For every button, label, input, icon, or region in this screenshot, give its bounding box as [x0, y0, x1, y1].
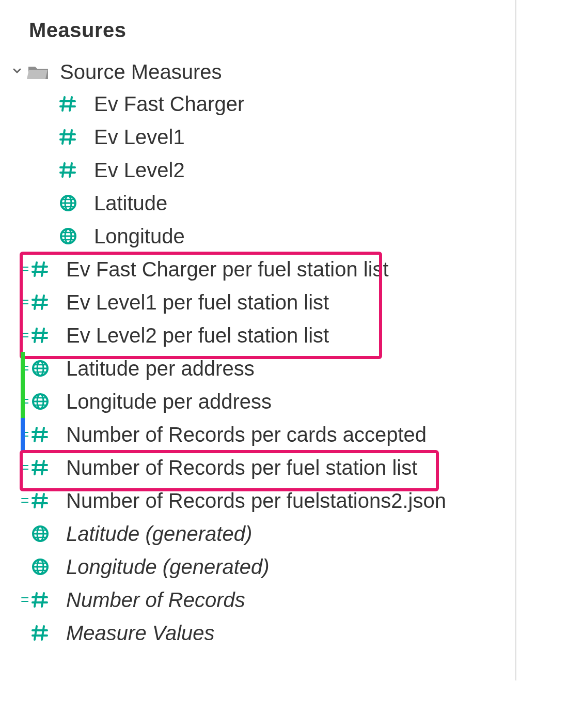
- measures-panel: Measures Source Measures Ev Fast Charger…: [0, 0, 516, 680]
- measure-item[interactable]: Ev Level1: [0, 120, 516, 153]
- svg-line-67: [42, 593, 44, 607]
- measure-label: Number of Records per cards accepted: [66, 423, 427, 446]
- svg-line-52: [35, 494, 37, 507]
- hash-icon: [57, 126, 80, 148]
- measure-item[interactable]: =Ev Level2 per fuel station list: [0, 319, 516, 352]
- calc-hash-icon: =: [29, 456, 52, 479]
- svg-line-8: [62, 163, 65, 177]
- svg-line-9: [70, 163, 72, 177]
- svg-line-70: [35, 626, 37, 640]
- calc-hash-icon: =: [29, 489, 52, 512]
- measures-section-title: Measures: [0, 19, 516, 42]
- svg-line-53: [42, 494, 44, 507]
- measure-item[interactable]: =Ev Fast Charger per fuel station list: [0, 253, 516, 286]
- measure-label: Latitude (generated): [66, 522, 252, 546]
- svg-line-66: [35, 593, 37, 607]
- folder-label: Source Measures: [60, 60, 222, 84]
- svg-line-31: [42, 329, 44, 342]
- svg-line-22: [35, 262, 37, 276]
- measure-label: Number of Records per fuel station list: [66, 456, 417, 479]
- calc-hash-icon: =: [29, 423, 52, 446]
- globe-icon: [29, 555, 52, 578]
- measure-item[interactable]: Latitude (generated): [0, 517, 516, 550]
- svg-line-4: [62, 130, 65, 144]
- measure-label: Ev Fast Charger per fuel station list: [66, 258, 389, 281]
- calc-hash-icon: =: [29, 588, 52, 611]
- measure-item[interactable]: =Number of Records per cards accepted: [0, 418, 516, 451]
- measure-item[interactable]: =Number of Records: [0, 583, 516, 616]
- measure-item[interactable]: Ev Level2: [0, 153, 516, 187]
- measure-item[interactable]: =Number of Records per fuelstations2.jso…: [0, 484, 516, 517]
- measure-label: Latitude: [94, 192, 167, 215]
- globe-icon: [57, 192, 80, 214]
- measure-label: Number of Records per fuelstations2.json: [66, 489, 446, 513]
- measure-label: Ev Level1 per fuel station list: [66, 291, 329, 314]
- svg-line-45: [42, 428, 44, 441]
- measure-item[interactable]: Ev Fast Charger: [0, 87, 516, 120]
- calc-hash-icon: =: [29, 324, 52, 347]
- measures-list: Ev Fast ChargerEv Level1Ev Level2Latitud…: [0, 87, 516, 649]
- measure-label: Ev Level2: [94, 159, 185, 182]
- hash-icon: [57, 159, 80, 181]
- svg-line-26: [35, 296, 37, 309]
- svg-line-27: [42, 296, 44, 309]
- measure-item[interactable]: Measure Values: [0, 616, 516, 649]
- calc-globe-icon: =: [29, 357, 52, 380]
- measure-item[interactable]: Longitude (generated): [0, 550, 516, 583]
- measure-label: Longitude (generated): [66, 555, 270, 579]
- svg-line-23: [42, 262, 44, 276]
- measure-label: Longitude per address: [66, 390, 272, 413]
- hash-icon: [57, 92, 80, 115]
- measure-label: Ev Fast Charger: [94, 92, 244, 116]
- measure-item[interactable]: =Latitude per address: [0, 352, 516, 385]
- measure-item[interactable]: Latitude: [0, 187, 516, 220]
- measure-item[interactable]: =Longitude per address: [0, 385, 516, 418]
- svg-line-49: [42, 461, 44, 474]
- measure-item[interactable]: =Ev Level1 per fuel station list: [0, 286, 516, 319]
- measure-label: Ev Level2 per fuel station list: [66, 324, 329, 347]
- globe-icon: [29, 522, 52, 545]
- measure-label: Longitude: [94, 225, 185, 248]
- measure-label: Measure Values: [66, 622, 215, 645]
- globe-icon: [57, 225, 80, 247]
- measure-label: Latitude per address: [66, 357, 255, 380]
- svg-line-44: [35, 428, 37, 441]
- measure-label: Ev Level1: [94, 126, 185, 149]
- svg-line-48: [35, 461, 37, 474]
- svg-line-30: [35, 329, 37, 342]
- svg-line-71: [42, 626, 44, 640]
- calc-hash-icon: =: [29, 258, 52, 281]
- measure-item[interactable]: Longitude: [0, 220, 516, 253]
- svg-line-5: [70, 130, 72, 144]
- measure-label: Number of Records: [66, 588, 245, 612]
- folder-open-icon: [27, 60, 50, 83]
- svg-line-1: [70, 97, 72, 111]
- calc-globe-icon: =: [29, 390, 52, 413]
- svg-line-0: [62, 97, 65, 111]
- chevron-down-icon[interactable]: [10, 64, 24, 78]
- hash-icon: [29, 622, 52, 644]
- measure-item[interactable]: =Number of Records per fuel station list: [0, 451, 516, 484]
- folder-source-measures[interactable]: Source Measures: [0, 56, 516, 87]
- calc-hash-icon: =: [29, 291, 52, 314]
